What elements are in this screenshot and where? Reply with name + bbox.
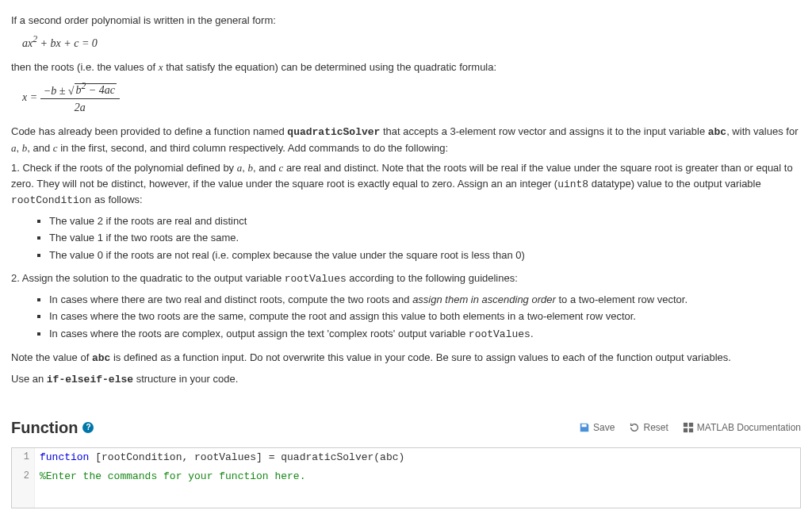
code-line[interactable]: 2 %Enter the commands for your function … — [12, 467, 800, 486]
reset-button[interactable]: Reset — [629, 420, 668, 435]
note-abc: Note the value of abc is defined as a fu… — [11, 350, 801, 366]
save-button[interactable]: Save — [579, 420, 615, 435]
list-item: In cases where the two roots are the sam… — [49, 309, 801, 324]
svg-rect-2 — [684, 428, 688, 432]
intro-line-1: If a second order polynomial is written … — [11, 13, 801, 29]
line-number: 2 — [12, 467, 35, 486]
code-line[interactable]: 1 function [rootCondition, rootValues] =… — [12, 448, 800, 467]
list-item: The value 1 if the two roots are the sam… — [49, 230, 801, 246]
list-item: The value 2 if the roots are real and di… — [49, 213, 801, 229]
question-1: 1. Check if the roots of the polynomial … — [11, 160, 801, 209]
bullet-list-2: In cases where there are two real and di… — [11, 292, 801, 343]
svg-rect-0 — [684, 423, 688, 427]
list-item: The value 0 if the roots are not real (i… — [49, 247, 801, 263]
save-icon — [579, 422, 590, 433]
list-item: In cases where there are two real and di… — [49, 292, 801, 308]
equation-quadratic-formula: x = −b ± √b2 − 4ac 2a — [22, 80, 801, 117]
intro-line-2: then the roots (i.e. the values of x tha… — [11, 59, 801, 75]
svg-rect-3 — [689, 428, 693, 432]
action-bar: Save Reset MATLAB Documentation — [579, 420, 801, 435]
list-item: In cases where the roots are complex, ou… — [49, 326, 801, 343]
svg-rect-1 — [689, 423, 693, 427]
paragraph-code-provided: Code has already been provided to define… — [11, 124, 801, 155]
code-editor[interactable]: 1 function [rootCondition, rootValues] =… — [11, 447, 801, 508]
equation-polynomial: ax2 + bx + c = 0 — [22, 33, 801, 52]
function-heading: Function ? — [11, 416, 94, 439]
function-section-header: Function ? Save Reset MATLAB Documentati… — [11, 416, 801, 439]
bullet-list-1: The value 2 if the roots are real and di… — [11, 213, 801, 263]
grid-icon — [683, 422, 694, 433]
help-icon[interactable]: ? — [82, 422, 94, 433]
matlab-doc-link[interactable]: MATLAB Documentation — [683, 420, 801, 435]
line-number: 1 — [12, 448, 35, 467]
use-structure: Use an if-elseif-else structure in your … — [11, 371, 801, 388]
reset-icon — [629, 422, 640, 433]
question-2: 2. Assign the solution to the quadratic … — [11, 270, 801, 287]
